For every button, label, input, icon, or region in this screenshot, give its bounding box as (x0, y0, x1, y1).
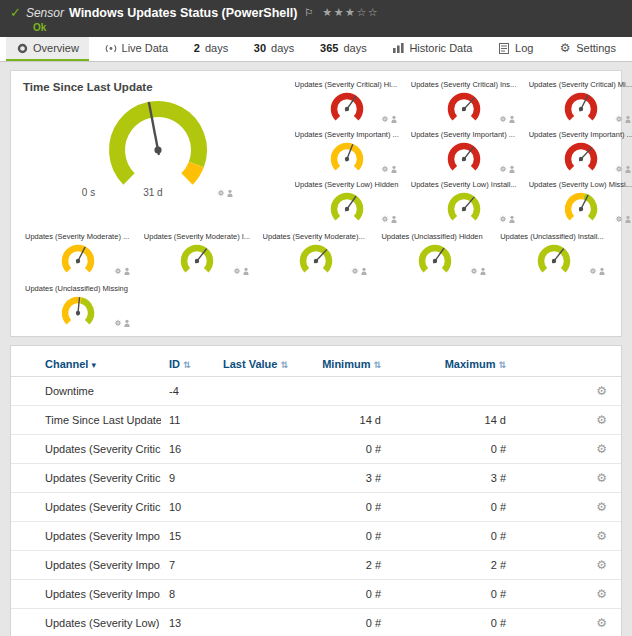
gear-icon[interactable] (616, 216, 622, 222)
gear-icon[interactable] (352, 268, 358, 274)
user-icon[interactable] (243, 268, 248, 275)
channel-settings-icon[interactable]: ⚙ (596, 442, 607, 456)
channel-gauge[interactable]: Updates (Severity Moderate) I... (142, 231, 253, 278)
gauge-action-icons[interactable] (615, 115, 632, 123)
gauge-action-icons[interactable] (470, 267, 487, 275)
tab-overview[interactable]: Overview (6, 37, 89, 61)
channel-gauge[interactable]: Updates (Unclassified) Missing (23, 283, 134, 330)
channel-gauge[interactable]: Updates (Severity Moderate) ... (23, 231, 134, 278)
user-icon[interactable] (481, 268, 486, 275)
channel-gauge[interactable]: Updates (Severity Critical) Ins... (409, 79, 519, 126)
gauge-action-icons[interactable] (217, 189, 234, 197)
gauge-action-icons[interactable] (114, 319, 131, 327)
channel-gauge[interactable]: Updates (Severity Important) ... (293, 129, 401, 176)
flag-icon[interactable]: ⚐ (304, 7, 313, 18)
gear-icon[interactable] (499, 216, 505, 222)
user-icon[interactable] (124, 268, 129, 275)
user-icon[interactable] (625, 166, 630, 173)
channel-settings-icon[interactable]: ⚙ (596, 471, 607, 485)
gauge-action-icons[interactable] (589, 267, 606, 275)
gear-icon[interactable] (382, 166, 388, 172)
channel-gauge-actions[interactable] (114, 317, 131, 329)
channel-gauge[interactable]: Updates (Severity Low) Install... (409, 179, 519, 226)
gear-icon[interactable] (590, 268, 596, 274)
channel-gauge[interactable]: Updates (Severity Important) ... (527, 129, 632, 176)
channel-gauge-actions[interactable] (615, 213, 632, 225)
channel-gauge[interactable]: Updates (Severity Low) Hidden (293, 179, 401, 226)
gear-icon[interactable] (382, 116, 388, 122)
channel-gauge-actions[interactable] (381, 163, 398, 175)
gauge-action-icons[interactable] (499, 165, 516, 173)
gauge-action-icons[interactable] (615, 165, 632, 173)
user-icon[interactable] (509, 116, 514, 123)
gauge-action-icons[interactable] (381, 115, 398, 123)
gear-icon[interactable] (616, 166, 622, 172)
gear-icon[interactable] (499, 116, 505, 122)
user-icon[interactable] (599, 268, 604, 275)
tab-30-days[interactable]: 30days (244, 37, 305, 61)
channel-gauge[interactable]: Updates (Severity Critical) Hi... (293, 79, 401, 126)
gauge-action-icons[interactable] (114, 267, 131, 275)
tab-log[interactable]: Log (488, 37, 543, 61)
user-icon[interactable] (391, 116, 396, 123)
channel-gauge[interactable]: Updates (Severity Critical) Mi... (527, 79, 632, 126)
channel-settings-icon[interactable]: ⚙ (596, 529, 607, 543)
gear-icon[interactable] (233, 268, 239, 274)
column-header-id[interactable]: ID⇅ (161, 350, 209, 377)
channel-settings-icon[interactable]: ⚙ (596, 413, 607, 427)
gauge-action-icons[interactable] (233, 267, 250, 275)
priority-stars[interactable]: ★★★☆☆ (322, 6, 379, 19)
channel-settings-icon[interactable]: ⚙ (596, 500, 607, 514)
gear-icon[interactable] (115, 320, 121, 326)
channel-gauge-actions[interactable] (499, 213, 516, 225)
channel-gauge[interactable]: Updates (Unclassified) Install... (498, 231, 609, 278)
channel-gauge-actions[interactable] (381, 213, 398, 225)
gear-icon[interactable] (471, 268, 477, 274)
gear-icon[interactable] (217, 189, 223, 195)
channel-gauge-actions[interactable] (351, 265, 368, 277)
column-header-minimum[interactable]: Minimum⇅ (301, 350, 389, 377)
user-icon[interactable] (625, 216, 630, 223)
column-header-maximum[interactable]: Maximum⇅ (389, 350, 514, 377)
channel-gauge[interactable]: Updates (Unclassified) Hidden (379, 231, 490, 278)
user-icon[interactable] (509, 216, 514, 223)
user-icon[interactable] (625, 116, 630, 123)
channel-settings-icon[interactable]: ⚙ (596, 384, 607, 398)
channel-gauge[interactable]: Updates (Severity Low) Missi... (527, 179, 632, 226)
gear-icon[interactable] (382, 216, 388, 222)
user-icon[interactable] (227, 189, 232, 196)
user-icon[interactable] (509, 166, 514, 173)
channel-gauge-actions[interactable] (499, 163, 516, 175)
main-gauge-actions[interactable] (217, 189, 234, 197)
gauge-action-icons[interactable] (381, 215, 398, 223)
tab-historic-data[interactable]: Historic Data (382, 37, 482, 61)
gear-icon[interactable] (616, 116, 622, 122)
tab-365-days[interactable]: 365days (310, 37, 377, 61)
gauge-action-icons[interactable] (381, 165, 398, 173)
gear-icon[interactable] (499, 166, 505, 172)
gauge-action-icons[interactable] (499, 215, 516, 223)
user-icon[interactable] (124, 320, 129, 327)
user-icon[interactable] (362, 268, 367, 275)
gauge-action-icons[interactable] (615, 215, 632, 223)
channel-settings-icon[interactable]: ⚙ (596, 616, 607, 630)
channel-gauge-actions[interactable] (589, 265, 606, 277)
tab-live-data[interactable]: Live Data (95, 37, 178, 61)
channel-gauge-actions[interactable] (499, 113, 516, 125)
user-icon[interactable] (391, 166, 396, 173)
channel-settings-icon[interactable]: ⚙ (596, 558, 607, 572)
channel-gauge-actions[interactable] (233, 265, 250, 277)
channel-gauge[interactable]: Updates (Severity Moderate)... (261, 231, 372, 278)
channel-gauge-actions[interactable] (381, 113, 398, 125)
tab-settings[interactable]: ⚙Settings (549, 37, 626, 61)
tab-2-days[interactable]: 2days (184, 37, 238, 61)
channel-gauge-actions[interactable] (615, 113, 632, 125)
column-header-channel[interactable]: Channel▾ (11, 350, 161, 377)
gauge-action-icons[interactable] (351, 267, 368, 275)
user-icon[interactable] (391, 216, 396, 223)
gauge-action-icons[interactable] (499, 115, 516, 123)
channel-gauge[interactable]: Updates (Severity Important) ... (409, 129, 519, 176)
gear-icon[interactable] (115, 268, 121, 274)
column-header-last-value[interactable]: Last Value⇅ (209, 350, 301, 377)
channel-settings-icon[interactable]: ⚙ (596, 587, 607, 601)
